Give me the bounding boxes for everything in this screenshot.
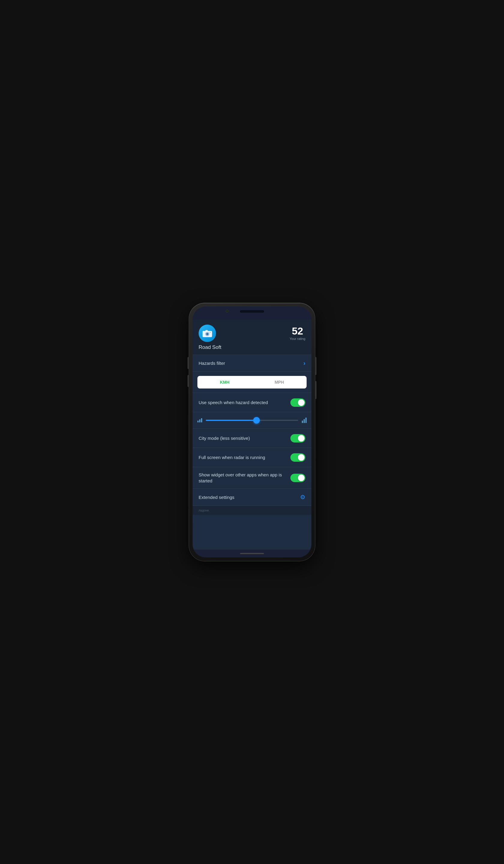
vol-bar-1 [197,421,199,422]
home-indicator [193,550,311,557]
use-speech-toggle[interactable] [290,398,305,407]
use-speech-label: Use speech when hazard detected [199,400,290,406]
full-screen-row: Full screen when radar is running [193,448,311,467]
hint-text: ладони. [199,509,210,512]
chevron-right-icon: › [303,360,305,367]
hazards-filter-label: Hazards filter [199,361,225,366]
rating-section: 52 Your rating [289,325,305,340]
vol-bar-3 [201,418,202,422]
svg-point-5 [210,332,211,333]
app-logo-section: Road Soft [199,325,221,350]
app-icon [199,325,216,342]
vol-bar-5 [304,419,305,423]
volume-up-button[interactable] [188,357,189,369]
extended-settings-label: Extended settings [199,495,234,500]
app-header: Road Soft 52 Your rating [193,320,311,355]
volume-low-icon [197,418,202,422]
svg-point-3 [207,333,208,335]
phone-screen: Road Soft 52 Your rating Hazards filter … [193,307,311,557]
gear-icon: ⚙ [300,493,305,501]
vol-bar-4 [302,421,303,423]
extended-settings-row[interactable]: Extended settings ⚙ [193,489,311,506]
bottom-hint: ладони. [193,506,311,515]
volume-slider-row [193,412,311,429]
slider-fill [206,420,256,421]
svg-rect-4 [205,330,208,332]
city-mode-toggle[interactable] [290,434,305,443]
left-buttons [188,357,189,387]
show-widget-label: Show widget over other apps when app is … [199,472,290,483]
city-mode-row: City mode (less sensitive) [193,429,311,448]
camera-svg-icon [202,328,213,339]
show-widget-toggle[interactable] [290,474,305,482]
home-bar [240,553,264,554]
rating-label: Your rating [289,337,305,340]
full-screen-label: Full screen when radar is running [199,455,290,460]
front-camera [226,310,229,313]
status-bar [193,307,311,320]
volume-slider-track[interactable] [206,420,298,421]
phone-frame: Road Soft 52 Your rating Hazards filter … [189,303,315,561]
vol-bar-2 [199,419,200,422]
use-speech-row: Use speech when hazard detected [193,393,311,412]
hazards-filter-item[interactable]: Hazards filter › [193,355,311,372]
full-screen-toggle[interactable] [290,453,305,462]
show-widget-row: Show widget over other apps when app is … [193,467,311,489]
vol-bar-6 [305,418,307,423]
app-name-label: Road Soft [199,344,221,350]
unit-selector: KMH MPH [197,376,307,388]
volume-high-icon [302,418,307,423]
unit-selector-wrapper: KMH MPH [193,372,311,393]
speaker-notch [240,310,264,313]
screen-content: Road Soft 52 Your rating Hazards filter … [193,320,311,550]
kmh-button[interactable]: KMH [197,376,252,388]
slider-thumb[interactable] [253,417,260,424]
rating-number: 52 [292,326,303,336]
city-mode-label: City mode (less sensitive) [199,435,290,441]
mph-button[interactable]: MPH [252,376,307,388]
volume-down-button[interactable] [188,375,189,387]
